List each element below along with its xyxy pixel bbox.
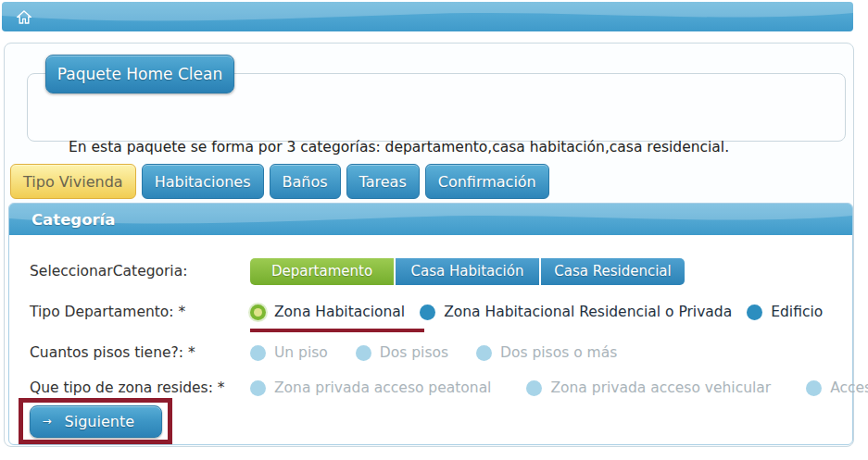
tab-tipo-vivienda[interactable]: Tipo Vivienda	[10, 164, 136, 199]
field-label: Tipo Departamento: *	[30, 304, 250, 320]
categoria-button-group: Departamento Casa Habitación Casa Reside…	[250, 258, 685, 285]
radio-label: Un piso	[274, 344, 328, 361]
field-label: Que tipo de zona resides: *	[30, 379, 250, 396]
categoria-title: Categoría	[31, 211, 115, 229]
field-label: Cuantos pisos tiene?: *	[30, 344, 250, 361]
radio-un-piso: Un piso	[250, 344, 328, 361]
categoria-header: Categoría	[9, 204, 852, 235]
package-description: En esta paquete se forma por 3 categoría…	[69, 139, 729, 155]
radio-label: Dos pisos o más	[500, 344, 617, 361]
form-row-cuantos-pisos: Cuantos pisos tiene?: * Un piso Dos piso…	[30, 339, 852, 367]
radio-edificio[interactable]: Edificio	[747, 304, 823, 320]
radio-icon	[747, 305, 762, 320]
annotation-box: → Siguiente	[19, 398, 172, 444]
package-title-button[interactable]: Paquete Home Clean	[45, 55, 234, 93]
radio-zona-privada-peatonal: Zona privada acceso peatonal	[250, 379, 491, 396]
tab-habitaciones[interactable]: Habitaciones	[142, 164, 264, 199]
tab-confirmacion[interactable]: Confirmación	[425, 164, 549, 199]
siguiente-label: Siguiente	[65, 413, 134, 430]
wave-decoration	[2, 2, 853, 31]
siguiente-button[interactable]: → Siguiente	[30, 405, 162, 438]
home-button[interactable]	[9, 6, 39, 28]
form-row-tipo-departamento: Tipo Departamento: * Zona Habitacional Z…	[30, 298, 852, 326]
radio-disabled-icon	[476, 345, 492, 361]
categoria-form: SeleccionarCategoria: Departamento Casa …	[9, 257, 852, 402]
radio-label: Dos pisos	[380, 344, 448, 361]
field-label: SeleccionarCategoria:	[30, 263, 250, 280]
wave-decoration	[9, 204, 852, 235]
radio-icon	[420, 305, 435, 320]
radio-label: Acceso	[830, 379, 868, 396]
radio-disabled-icon	[250, 380, 266, 396]
arrow-right-icon: →	[43, 415, 52, 428]
radio-disabled-icon	[250, 345, 266, 361]
radio-dos-pisos: Dos pisos	[356, 344, 448, 361]
radio-zona-habitacional-residencial[interactable]: Zona Habitacional Residencial o Privada	[420, 304, 732, 320]
categoria-option-departamento[interactable]: Departamento	[250, 258, 394, 285]
categoria-option-casa-residencial[interactable]: Casa Residencial	[541, 258, 685, 285]
categoria-option-casa-habitacion[interactable]: Casa Habitación	[396, 258, 539, 285]
radio-selected-icon	[250, 305, 266, 320]
radio-dos-pisos-o-mas: Dos pisos o más	[476, 344, 617, 361]
radio-disabled-icon	[526, 380, 542, 396]
radio-zona-habitacional[interactable]: Zona Habitacional	[250, 304, 405, 320]
radio-label: Zona Habitacional Residencial o Privada	[444, 304, 732, 320]
content-panel: En esta paquete se forma por 3 categoría…	[4, 43, 854, 447]
tab-tareas[interactable]: Tareas	[346, 164, 420, 199]
radio-zona-privada-vehicular: Zona privada acceso vehicular	[526, 379, 771, 396]
radio-label: Zona privada acceso vehicular	[550, 379, 771, 396]
categoria-panel: Categoría SeleccionarCategoria: Departam…	[8, 203, 853, 445]
top-nav-bar	[2, 2, 853, 31]
tab-banos[interactable]: Baños	[270, 164, 341, 199]
radio-label: Zona Habitacional	[274, 304, 405, 320]
radio-label: Zona privada acceso peatonal	[274, 379, 491, 396]
form-row-seleccionar-categoria: SeleccionarCategoria: Departamento Casa …	[30, 257, 852, 285]
annotation-underline	[250, 329, 424, 332]
radio-label: Edificio	[771, 304, 823, 320]
radio-disabled-icon	[806, 380, 822, 396]
radio-disabled-icon	[356, 345, 371, 361]
radio-acceso: Acceso	[806, 379, 868, 396]
home-icon	[17, 10, 31, 24]
wizard-tabs: Tipo Vivienda Habitaciones Baños Tareas …	[10, 164, 549, 199]
